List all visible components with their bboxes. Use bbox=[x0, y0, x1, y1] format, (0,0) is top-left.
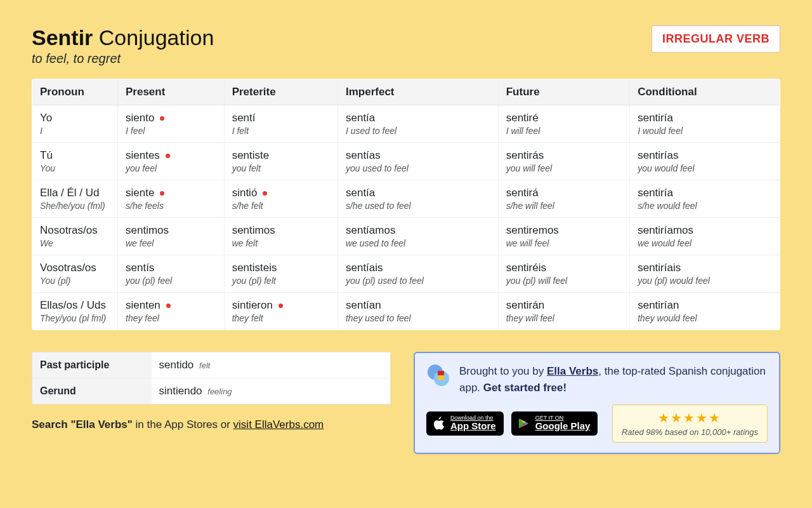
search-prefix: Search "Ella Verbs" bbox=[32, 418, 133, 431]
page-title: Sentir Conjugation bbox=[32, 25, 214, 50]
conj-cell: sentiríais you (pl) would feel bbox=[630, 255, 780, 293]
apple-icon bbox=[433, 417, 445, 431]
column-header: Conditional bbox=[630, 79, 780, 105]
table-row: TúYousientes you feelsentiste you feltse… bbox=[32, 143, 780, 180]
conj-cell: sentiré I will feel bbox=[498, 105, 630, 143]
participle-label: Past participle bbox=[32, 352, 152, 378]
svg-rect-2 bbox=[438, 371, 444, 375]
pronoun-cell: Ella / Él / UdShe/he/you (fml) bbox=[32, 180, 118, 218]
column-header: Future bbox=[498, 79, 630, 105]
table-row: YoIsiento I feelsentí I feltsentía I use… bbox=[32, 105, 780, 143]
conj-cell: sentíais you (pl) used to feel bbox=[337, 255, 498, 293]
participle-value: sentido felt bbox=[152, 352, 391, 378]
table-row: Ellas/os / UdsThey/you (pl fml)sienten t… bbox=[32, 293, 780, 330]
irregular-dot-icon bbox=[166, 154, 170, 158]
pronoun-cell: YoI bbox=[32, 105, 118, 143]
verb-name: Sentir bbox=[32, 25, 93, 50]
svg-rect-3 bbox=[438, 375, 444, 380]
conj-cell: sentiríamos we would feel bbox=[630, 218, 780, 255]
conj-word: Conjugation bbox=[99, 25, 214, 50]
pronoun-cell: Nosotras/osWe bbox=[32, 218, 118, 255]
irregular-dot-icon bbox=[160, 191, 164, 196]
conj-cell: sentía I used to feel bbox=[337, 105, 498, 143]
table-row: Vosotras/osYou (pl)sentís you (pl) feels… bbox=[32, 255, 780, 293]
table-row: Ella / Él / UdShe/he/you (fml)siente s/h… bbox=[32, 180, 780, 218]
conj-cell: sentiste you felt bbox=[224, 143, 337, 180]
conj-cell: sentiremos we will feel bbox=[498, 218, 630, 255]
conj-cell: sentirán they will feel bbox=[498, 293, 630, 330]
pronoun-cell: Ellas/os / UdsThey/you (pl fml) bbox=[32, 293, 118, 330]
conj-cell: sentimos we felt bbox=[224, 218, 337, 255]
conj-cell: sentimos we feel bbox=[118, 218, 225, 255]
conj-cell: sintieron they felt bbox=[224, 293, 337, 330]
conj-cell: sentí I felt bbox=[224, 105, 337, 143]
conjugation-table: PronounPresentPreteriteImperfectFutureCo… bbox=[32, 79, 780, 330]
ellaverbs-logo-icon bbox=[426, 363, 450, 387]
conj-cell: sentíamos we used to feel bbox=[337, 218, 498, 255]
participle-value: sintiendo feeling bbox=[152, 378, 391, 404]
conj-cell: sintió s/he felt bbox=[224, 180, 337, 218]
conj-cell: sentiría s/he would feel bbox=[630, 180, 780, 218]
conj-cell: sentías you used to feel bbox=[337, 143, 498, 180]
column-header: Imperfect bbox=[337, 79, 498, 105]
star-icons: ★★★★★ bbox=[622, 409, 758, 427]
participle-row: Gerundsintiendo feeling bbox=[32, 378, 391, 404]
column-header: Pronoun bbox=[32, 79, 118, 105]
verb-translation: to feel, to regret bbox=[32, 51, 214, 66]
app-store-button[interactable]: Download on the App Store bbox=[426, 411, 504, 436]
promo-text: Brought to you by Ella Verbs, the top-ra… bbox=[459, 363, 768, 396]
irregular-dot-icon bbox=[160, 116, 164, 121]
ellaverbs-link[interactable]: visit EllaVerbs.com bbox=[233, 418, 324, 431]
google-play-icon bbox=[518, 417, 530, 431]
conj-cell: sentían they used to feel bbox=[337, 293, 498, 330]
pronoun-cell: TúYou bbox=[32, 143, 118, 180]
google-play-button[interactable]: GET IT ON Google Play bbox=[511, 411, 598, 436]
conj-cell: sentirás you will feel bbox=[498, 143, 630, 180]
column-header: Present bbox=[118, 79, 225, 105]
rating-text: Rated 98% based on 10,000+ ratings bbox=[622, 427, 758, 438]
rating-box: ★★★★★ Rated 98% based on 10,000+ ratings bbox=[612, 404, 768, 443]
irregular-dot-icon bbox=[278, 304, 283, 308]
participles-table: Past participlesentido feltGerundsintien… bbox=[32, 352, 391, 404]
irregular-dot-icon bbox=[263, 191, 267, 196]
irregular-dot-icon bbox=[166, 304, 171, 308]
conj-cell: sentís you (pl) feel bbox=[118, 255, 225, 293]
search-hint: Search "Ella Verbs" in the App Stores or… bbox=[32, 418, 391, 431]
conj-cell: sentiréis you (pl) will feel bbox=[498, 255, 630, 293]
conj-cell: siente s/he feels bbox=[118, 180, 225, 218]
conj-cell: sienten they feel bbox=[118, 293, 225, 330]
conj-cell: sentía s/he used to feel bbox=[337, 180, 498, 218]
conj-cell: sentirá s/he will feel bbox=[498, 180, 630, 218]
promo-ellaverbs-link[interactable]: Ella Verbs bbox=[547, 365, 598, 377]
irregular-badge: IRREGULAR VERB bbox=[652, 25, 780, 53]
column-header: Preterite bbox=[224, 79, 337, 105]
promo-panel: Brought to you by Ella Verbs, the top-ra… bbox=[414, 352, 780, 454]
participle-row: Past participlesentido felt bbox=[32, 352, 391, 378]
conj-cell: sentisteis you (pl) felt bbox=[224, 255, 337, 293]
conj-cell: sentiría I would feel bbox=[630, 105, 780, 143]
table-row: Nosotras/osWesentimos we feelsentimos we… bbox=[32, 218, 780, 255]
participle-label: Gerund bbox=[32, 378, 152, 404]
conj-cell: sentirían they would feel bbox=[630, 293, 780, 330]
search-mid: in the App Stores or bbox=[133, 418, 233, 431]
conj-cell: siento I feel bbox=[118, 105, 225, 143]
conj-cell: sentirías you would feel bbox=[630, 143, 780, 180]
pronoun-cell: Vosotras/osYou (pl) bbox=[32, 255, 118, 293]
conj-cell: sientes you feel bbox=[118, 143, 225, 180]
